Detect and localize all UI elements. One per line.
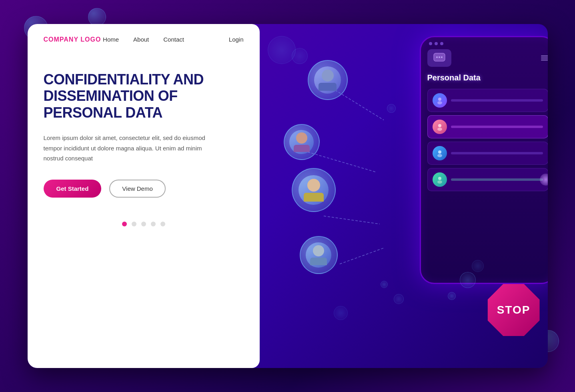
- navbar: COMPANY LOGO Home About Contact Login: [28, 24, 260, 51]
- deco-bubble-br3: [472, 260, 484, 272]
- svg-point-11: [437, 128, 442, 131]
- person-bubble-3: [292, 168, 336, 212]
- left-panel: COMPANY LOGO Home About Contact Login CO…: [28, 24, 260, 368]
- deco-bubble-1: [268, 36, 296, 64]
- phone-row-bar-2: [451, 126, 543, 128]
- phone-row-4: [427, 168, 548, 191]
- svg-point-13: [437, 154, 442, 157]
- get-started-button[interactable]: Get Started: [44, 180, 102, 198]
- phone-status-dots: [421, 37, 548, 45]
- phone-row-1: [427, 89, 548, 112]
- phone-avatar-2: [433, 120, 447, 134]
- phone-data-rows: [427, 89, 548, 191]
- phone-menu-icon: [541, 56, 548, 60]
- login-link[interactable]: Login: [229, 36, 244, 43]
- svg-point-9: [437, 101, 442, 104]
- phone-screen: Personal Data: [421, 45, 548, 195]
- company-logo: COMPANY LOGO: [44, 36, 103, 43]
- deco-bubble-3: [394, 294, 404, 304]
- deco-bubble-4: [381, 281, 388, 288]
- phone-dot-1: [429, 42, 432, 45]
- hero-description: Lorem ipsum dolor sit amet, consectetur …: [44, 133, 212, 164]
- main-card: COMPANY LOGO Home About Contact Login CO…: [28, 24, 548, 368]
- pagination-dot-2[interactable]: [132, 222, 136, 226]
- svg-point-7: [441, 56, 443, 58]
- deco-bubble-5: [334, 306, 348, 320]
- person-bubble-2: [284, 124, 320, 160]
- phone-avatar-4: [433, 172, 447, 187]
- pagination-dot-3[interactable]: [141, 222, 146, 226]
- phone-dot-2: [435, 42, 438, 45]
- nav-about[interactable]: About: [133, 36, 149, 43]
- hero-content: CONFIDENTIALITY AND DISSEMINATION OF PER…: [28, 51, 260, 242]
- phone-dot-3: [440, 42, 443, 45]
- pagination-dots: [44, 222, 244, 226]
- deco-bubble-br2: [448, 292, 456, 300]
- phone-mockup: Personal Data: [420, 36, 548, 284]
- stop-label: STOP: [497, 304, 531, 316]
- menu-line-1: [541, 56, 548, 56]
- person-bubble-4: [300, 236, 338, 274]
- nav-contact-link[interactable]: Contact: [163, 36, 184, 43]
- phone-row-bar-3: [451, 152, 543, 154]
- phone-row-bar-4: [451, 178, 543, 181]
- view-demo-button[interactable]: View Demo: [109, 180, 165, 198]
- menu-line-3: [541, 60, 548, 60]
- phone-header: [427, 49, 548, 67]
- deco-bubble-6: [387, 104, 396, 113]
- phone-avatar-1: [433, 93, 447, 108]
- menu-line-2: [541, 58, 548, 58]
- hero-title: CONFIDENTIALITY AND DISSEMINATION OF PER…: [44, 71, 244, 121]
- svg-line-3: [340, 248, 384, 264]
- phone-avatar-3: [433, 146, 447, 160]
- nav-links: Home About Contact: [103, 36, 184, 43]
- pagination-dot-4[interactable]: [151, 222, 156, 226]
- svg-point-10: [438, 124, 441, 127]
- nav-contact[interactable]: Contact: [163, 36, 184, 43]
- svg-line-2: [324, 216, 380, 224]
- nav-home-link[interactable]: Home: [103, 36, 119, 43]
- phone-row-2: [427, 115, 548, 138]
- nav-login-area: Login: [184, 36, 244, 43]
- pagination-dot-1[interactable]: [122, 222, 127, 226]
- phone-chat-icon: [427, 49, 451, 67]
- cta-buttons: Get Started View Demo: [44, 180, 244, 198]
- right-panel: Personal Data: [260, 24, 548, 368]
- nav-home[interactable]: Home: [103, 36, 119, 43]
- stop-sign: STOP: [488, 284, 540, 336]
- phone-title: Personal Data: [427, 73, 548, 82]
- svg-point-12: [438, 150, 441, 154]
- stop-hexagon: STOP: [488, 284, 540, 336]
- svg-point-14: [438, 177, 441, 180]
- nav-about-link[interactable]: About: [133, 36, 149, 43]
- deco-bubble-2: [292, 48, 308, 64]
- deco-bubble-br1: [460, 272, 476, 288]
- svg-point-8: [438, 98, 441, 101]
- phone-row-3: [427, 142, 548, 165]
- pagination-dot-5[interactable]: [160, 222, 165, 226]
- svg-point-6: [439, 56, 440, 58]
- person-bubble-1: [308, 60, 348, 100]
- svg-point-15: [437, 180, 442, 184]
- svg-point-5: [436, 56, 438, 58]
- phone-row-bar-1: [451, 99, 543, 102]
